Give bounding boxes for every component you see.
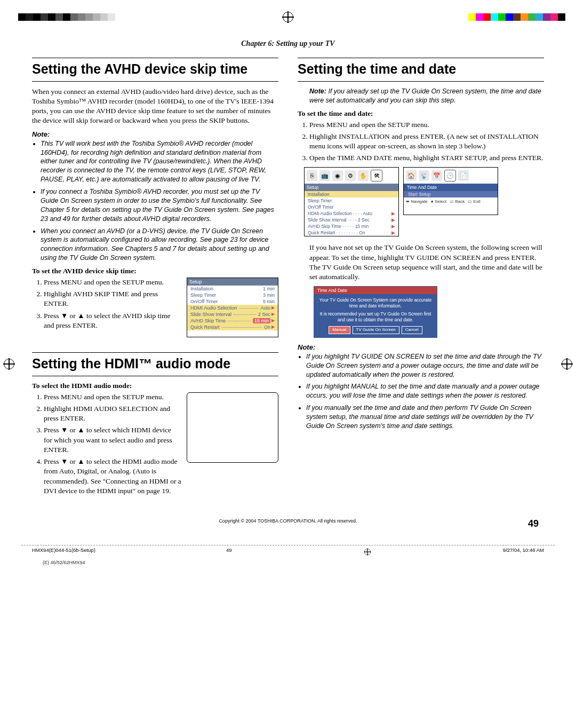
step-item: Press ▼ or ▲ to select which HDMI device… (44, 425, 181, 455)
edge-cross-left-icon (4, 359, 14, 369)
timedate-subhead: To set the time and date: (298, 109, 544, 118)
note-item: This TV will work best with the Toshiba … (41, 139, 278, 184)
copyright-text: Copyright © 2004 TOSHIBA CORPORATION. Al… (32, 518, 544, 524)
menu-icon: ◉ (332, 170, 343, 181)
section-timedate-heading: Setting the time and date (298, 58, 544, 82)
menu-icon: 📅 (431, 170, 442, 181)
menu-icon: ⚙ (345, 170, 356, 181)
note-item: If you highlight MANUAL to set the time … (306, 382, 544, 400)
left-column: Setting the AVHD device skip time When y… (32, 58, 278, 502)
footer-timestamp: 9/27/04, 10:46 AM (503, 547, 544, 557)
menu-icon-selected: 🕒 (444, 170, 456, 181)
menu-icon: 🏠 (406, 170, 417, 181)
avhd-setup-figure: Setup Installation1 min Sleep Timer3 min… (187, 278, 278, 337)
note-heading: Note: (32, 130, 278, 138)
step-item: Open the TIME AND DATE menu, highlight S… (309, 153, 544, 163)
menu-icon: ⎘ (307, 170, 317, 181)
hdmi-subhead: To select the HDMI audio mode: (32, 382, 278, 390)
step-item: Press ▼ or ▲ to select the HDMI audio mo… (44, 457, 181, 496)
timedate-menu-figure: 🏠 📡 📅 🕒 📄 Time And Date Start Setup ⬌ Na… (403, 167, 498, 215)
hdmi-figure-placeholder (187, 392, 278, 463)
step-item: Highlight INSTALLATION and press ENTER. … (309, 132, 544, 151)
chapter-heading: Chapter 6: Setting up your TV (32, 39, 544, 48)
menu-icon: ✋ (358, 170, 369, 181)
menu-icon: 📡 (419, 170, 429, 181)
hdmi-steps: Press MENU and open the SETUP menu. High… (32, 392, 181, 498)
right-column: Setting the time and date Note: If you a… (298, 58, 544, 502)
menu-icon: 📺 (319, 170, 330, 181)
timedate-dialog-figure: Time And Date Your TV Guide On Screen Sy… (314, 286, 437, 338)
avhd-subhead: To set the AVHD device skip time: (32, 267, 278, 275)
step-item: Press MENU and open the SETUP menu. (44, 278, 181, 287)
figure-title: Setup (187, 278, 278, 286)
color-colorbar (461, 13, 565, 21)
timedate-mid-text: If you have not set up the TV Guide On S… (309, 243, 544, 282)
section-hdmi-heading: Setting the HDMI™ audio mode (32, 352, 278, 376)
page-number: 49 (528, 518, 539, 529)
menu-icon: 📄 (458, 170, 469, 181)
note-item: When you connect an AVHD (or a D-VHS) de… (41, 227, 278, 263)
step-item: Press ▼ or ▲ to select the AVHD skip tim… (44, 311, 181, 330)
trim-id: (E) 46/52/62HMX94 (43, 560, 544, 565)
avhd-notes: This TV will work best with the Toshiba … (32, 139, 278, 263)
timedate-setup-figure: ⎘ 📺 ◉ ⚙ ✋ 🛠 Setup Installation Sleep Tim… (304, 167, 399, 236)
cancel-button: Cancel (402, 326, 422, 334)
edge-cross-right-icon (562, 359, 572, 369)
timedate-steps: Press MENU and open the SETUP menu. High… (298, 120, 544, 163)
note-item: If you connect a Toshiba Symbio® AVHD re… (41, 187, 278, 224)
avhd-steps: Press MENU and open the SETUP menu. High… (32, 278, 181, 333)
timedate-top-note: Note: If you already set up the TV Guide… (309, 87, 544, 105)
menu-icon-selected: 🛠 (371, 170, 382, 181)
timedate-figures: ⎘ 📺 ◉ ⚙ ✋ 🛠 Setup Installation Sleep Tim… (304, 167, 544, 236)
step-item: Press MENU and open the SETUP menu. (44, 392, 181, 402)
footer-file: HMX94(E)044-51(6b-Setup) (32, 547, 95, 557)
note-item: If you highlight TV GUIDE ON SCREEN to s… (306, 352, 544, 379)
avhd-intro: When you connect an external AVHD (audio… (32, 87, 278, 126)
gray-colorbar (11, 13, 115, 21)
section-avhd-skip-heading: Setting the AVHD device skip time (32, 58, 278, 82)
registration-marks-top (11, 11, 565, 23)
timedate-notes: If you highlight TV GUIDE ON SCREEN to s… (298, 352, 544, 431)
footer-page: 49 (226, 547, 232, 557)
tvguide-button: TV Guide On Screen (353, 326, 399, 334)
step-item: Highlight HDMI AUDIO SELECTION and press… (44, 404, 181, 423)
footer-metadata: HMX94(E)044-51(6b-Setup) 49 9/27/04, 10:… (21, 545, 555, 557)
note-heading: Note: (298, 343, 544, 351)
note-item: If you manually set the time and date an… (306, 403, 544, 431)
registration-cross-icon (364, 549, 370, 555)
manual-button: Manual (329, 326, 350, 334)
step-item: Highlight AVHD SKIP TIME and press ENTER… (44, 289, 181, 308)
registration-cross-icon (283, 12, 293, 22)
step-item: Press MENU and open the SETUP menu. (309, 120, 544, 130)
